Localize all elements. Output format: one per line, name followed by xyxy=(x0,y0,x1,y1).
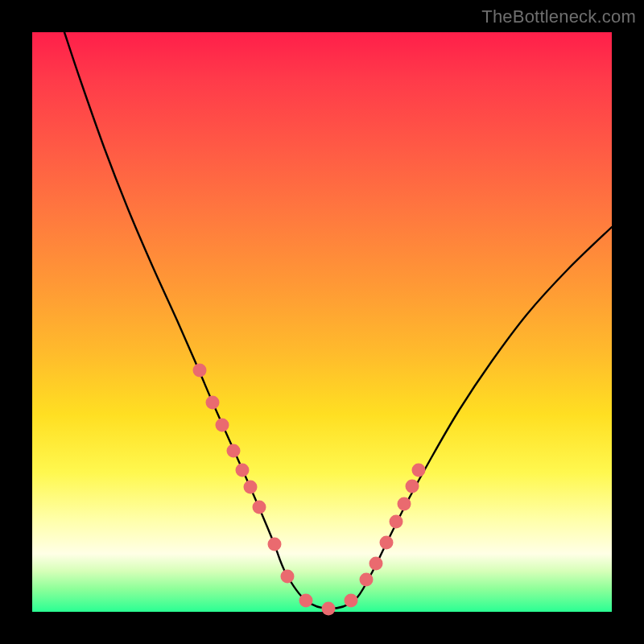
sample-dot xyxy=(193,364,207,378)
sample-dot xyxy=(390,515,403,529)
sample-dot xyxy=(380,536,394,550)
sample-dot xyxy=(299,594,313,608)
sample-dot xyxy=(322,602,336,616)
sample-dot xyxy=(281,570,295,584)
sample-dot xyxy=(227,444,241,458)
sample-dot xyxy=(369,557,383,571)
sample-dot xyxy=(406,480,419,493)
sample-dot xyxy=(206,396,220,410)
sample-dot xyxy=(398,497,411,511)
bottleneck-curve xyxy=(64,32,612,609)
sample-dot xyxy=(236,464,250,477)
sample-dot xyxy=(360,573,374,587)
plot-area xyxy=(32,32,612,612)
sample-dot xyxy=(268,538,282,551)
sample-dot xyxy=(244,481,258,494)
sample-dot xyxy=(216,419,229,432)
curve-layer xyxy=(32,32,612,612)
sample-dots-group xyxy=(193,364,426,616)
chart-frame: TheBottleneck.com xyxy=(0,0,644,644)
watermark-text: TheBottleneck.com xyxy=(481,6,636,27)
sample-dot xyxy=(412,464,426,477)
sample-dot xyxy=(253,501,266,514)
sample-dot xyxy=(345,594,358,608)
